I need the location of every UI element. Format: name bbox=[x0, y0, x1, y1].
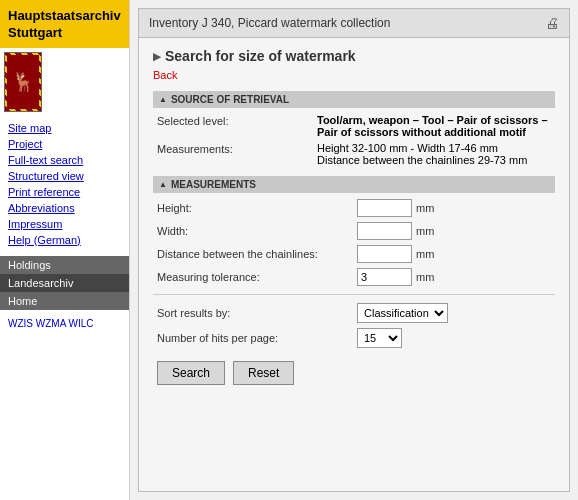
sort-row: Sort results by: Classification Inventor… bbox=[153, 303, 555, 323]
width-input[interactable] bbox=[357, 222, 412, 240]
sidebar-item-help-german[interactable]: Help (German) bbox=[0, 232, 129, 248]
sidebar-item-structured-view[interactable]: Structured view bbox=[0, 168, 129, 184]
reset-button[interactable]: Reset bbox=[233, 361, 294, 385]
wilc-link[interactable]: WILC bbox=[69, 318, 94, 329]
section-triangle-icon: ▲ bbox=[159, 95, 167, 104]
content-header-title: Inventory J 340, Piccard watermark colle… bbox=[149, 16, 390, 30]
back-link[interactable]: Back bbox=[153, 69, 177, 81]
hits-select[interactable]: 15 25 50 100 bbox=[357, 328, 402, 348]
sidebar-header: Hauptstaatsarchiv Stuttgart bbox=[0, 0, 129, 48]
sidebar-item-abbreviations[interactable]: Abbreviations bbox=[0, 200, 129, 216]
height-input[interactable] bbox=[357, 199, 412, 217]
tolerance-row: Measuring tolerance: mm bbox=[153, 268, 555, 286]
meas-section-triangle-icon: ▲ bbox=[159, 180, 167, 189]
source-section-header: ▲ SOURCE OF RETRIEVAL bbox=[153, 91, 555, 108]
chainlines-row: Distance between the chainlines: mm bbox=[153, 245, 555, 263]
content-body: ▶ Search for size of watermark Back ▲ SO… bbox=[139, 38, 569, 491]
hits-label: Number of hits per page: bbox=[157, 332, 357, 344]
main-content: Inventory J 340, Piccard watermark colle… bbox=[130, 0, 578, 500]
sidebar-nav: Site map Project Full-text search Struct… bbox=[0, 116, 129, 252]
sidebar-item-home[interactable]: Home bbox=[0, 292, 129, 310]
sort-label: Sort results by: bbox=[157, 307, 357, 319]
measurements-row: Measurements: Height 32-100 mm - Width 1… bbox=[153, 142, 555, 166]
stag-icon: 🦌 bbox=[7, 55, 39, 109]
coat-of-arms: 🦌 bbox=[4, 52, 42, 112]
selected-level-label: Selected level: bbox=[157, 114, 317, 127]
tolerance-unit: mm bbox=[416, 271, 434, 283]
width-label: Width: bbox=[157, 225, 357, 237]
sidebar-title: Hauptstaatsarchiv bbox=[8, 8, 121, 23]
measurements-label: Measurements: bbox=[157, 142, 317, 155]
sort-select[interactable]: Classification Inventory Date bbox=[357, 303, 448, 323]
sidebar-subtitle: Stuttgart bbox=[8, 25, 62, 40]
measurements-section-header: ▲ MEASUREMENTS bbox=[153, 176, 555, 193]
sidebar: Hauptstaatsarchiv Stuttgart 🦌 Site map P… bbox=[0, 0, 130, 500]
page-title: ▶ Search for size of watermark bbox=[153, 48, 555, 64]
height-row: Height: mm bbox=[153, 199, 555, 217]
wzis-link[interactable]: WZIS bbox=[8, 318, 33, 329]
content-header: Inventory J 340, Piccard watermark colle… bbox=[139, 9, 569, 38]
print-icon[interactable]: 🖨 bbox=[545, 15, 559, 31]
measurements-value: Height 32-100 mm - Width 17-46 mmDistanc… bbox=[317, 142, 527, 166]
sidebar-item-print-reference[interactable]: Print reference bbox=[0, 184, 129, 200]
width-row: Width: mm bbox=[153, 222, 555, 240]
sidebar-wzis-links: WZIS WZMA WILC bbox=[0, 310, 129, 333]
wzma-link[interactable]: WZMA bbox=[36, 318, 66, 329]
width-unit: mm bbox=[416, 225, 434, 237]
height-label: Height: bbox=[157, 202, 357, 214]
chainlines-unit: mm bbox=[416, 248, 434, 260]
tolerance-label: Measuring tolerance: bbox=[157, 271, 357, 283]
search-button[interactable]: Search bbox=[157, 361, 225, 385]
hits-row: Number of hits per page: 15 25 50 100 bbox=[153, 328, 555, 348]
selected-level-row: Selected level: Tool/arm, weapon – Tool … bbox=[153, 114, 555, 138]
sidebar-logo-area: 🦌 bbox=[0, 48, 129, 116]
sidebar-item-impressum[interactable]: Impressum bbox=[0, 216, 129, 232]
sidebar-item-full-text-search[interactable]: Full-text search bbox=[0, 152, 129, 168]
chainlines-input[interactable] bbox=[357, 245, 412, 263]
selected-level-value: Tool/arm, weapon – Tool – Pair of scisso… bbox=[317, 114, 551, 138]
tolerance-input[interactable] bbox=[357, 268, 412, 286]
chainlines-label: Distance between the chainlines: bbox=[157, 248, 357, 260]
source-section: ▲ SOURCE OF RETRIEVAL Selected level: To… bbox=[153, 91, 555, 166]
sidebar-holdings: Holdings Landesarchiv Home bbox=[0, 256, 129, 310]
height-unit: mm bbox=[416, 202, 434, 214]
sidebar-item-site-map[interactable]: Site map bbox=[0, 120, 129, 136]
button-row: Search Reset bbox=[153, 353, 555, 389]
sidebar-item-project[interactable]: Project bbox=[0, 136, 129, 152]
divider bbox=[153, 294, 555, 295]
content-box: Inventory J 340, Piccard watermark colle… bbox=[138, 8, 570, 492]
measurements-section: ▲ MEASUREMENTS Height: mm Width: mm Dist… bbox=[153, 176, 555, 389]
triangle-icon: ▶ bbox=[153, 51, 161, 62]
sidebar-item-holdings[interactable]: Holdings bbox=[0, 256, 129, 274]
sidebar-item-landesarchiv[interactable]: Landesarchiv bbox=[0, 274, 129, 292]
